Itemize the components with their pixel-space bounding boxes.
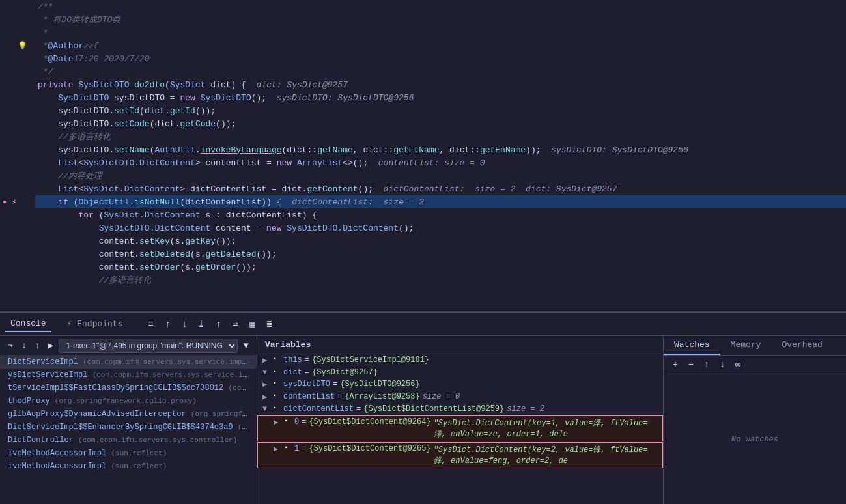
code-line: for (SysDict.DictContent s : dictContent… <box>35 208 846 221</box>
step-into-btn[interactable]: ↓ <box>19 339 30 353</box>
gutter-line-breakpoint[interactable]: ⚡ <box>0 195 33 208</box>
var-row-dictcontentlist[interactable]: ▼ ▪ dictContentList = {SysDict$DictConte… <box>257 403 663 415</box>
step-out-btn[interactable]: ↑ <box>32 339 43 353</box>
gutter-line <box>0 117 33 130</box>
toolbar-btn-down[interactable]: ↓ <box>177 317 191 331</box>
watches-memory-panel: Watches Memory Overhead + − ↑ ↓ ∞ No wat… <box>664 336 846 504</box>
stack-item[interactable]: DictController (com.copm.ifm.servers.sys… <box>0 434 257 447</box>
tab-memory[interactable]: Memory <box>720 336 772 355</box>
code-line: sysDictDTO.setId(dict.getId()); <box>35 104 846 117</box>
code-line: * @Date 17:20 2020/7/20 <box>35 52 846 65</box>
gutter-line <box>0 273 33 287</box>
code-line: //多语言转化 <box>35 130 846 143</box>
code-line: content.setOrder(s.getOrder()); <box>35 260 846 273</box>
stack-item[interactable]: iveMethodAccessorImpl (sun.reflect) <box>0 460 257 473</box>
gutter-line <box>0 234 33 247</box>
toolbar-btn-swap[interactable]: ⇌ <box>228 317 242 331</box>
code-line: * @Author zzf <box>35 39 846 52</box>
code-line: SysDictDTO.DictContent content = new Sys… <box>35 221 846 234</box>
gutter-line <box>0 143 33 156</box>
tab-console[interactable]: Console <box>5 316 51 332</box>
active-debug-line: if (ObjectUtil.isNotNull(dictContentList… <box>35 195 846 208</box>
code-editor[interactable]: /** * 将DO类转成DTO类 * * @Author zzf * @Date… <box>33 0 846 311</box>
gutter-line <box>0 169 33 182</box>
var-row-this[interactable]: ▶ ▪ this = {SysDictServiceImpl@9181} <box>257 354 663 367</box>
toolbar-btn-download[interactable]: ⤓ <box>194 317 208 331</box>
code-line: */ <box>35 65 846 78</box>
watches-memory-tabs: Watches Memory Overhead <box>664 336 846 356</box>
line-numbers: 💡 ⚡ <box>0 0 33 311</box>
code-line: //多语言转化 <box>35 273 846 287</box>
thread-selector[interactable]: 1-exec-1"@7,495 in group "main": RUNNING <box>59 339 238 353</box>
gutter-line <box>0 13 33 26</box>
gutter-line <box>0 52 33 65</box>
gutter-line <box>0 130 33 143</box>
code-line: * 将DO类转成DTO类 <box>35 13 846 26</box>
bottom-panel: Console ⚡ Endpoints ≡ ↑ ↓ ⤓ ↑ ⇌ ▦ ≣ ↷ ↓ … <box>0 313 846 504</box>
variables-header: Variables <box>257 336 663 354</box>
code-line: * <box>35 26 846 39</box>
infinity-btn[interactable]: ∞ <box>731 358 744 371</box>
var-row-sysdict[interactable]: ▶ ▪ sysDictDTO = {SysDictDTO@9256} <box>257 378 663 391</box>
var-row-contentlist[interactable]: ▶ ▪ contentList = {ArrayList@9258} size … <box>257 391 663 403</box>
editor-area: 💡 ⚡ /** * 将DO类转成DTO类 <box>0 0 846 313</box>
stack-item[interactable]: iveMethodAccessorImpl (sun.reflect) <box>0 447 257 460</box>
stack-item[interactable]: ysDictServiceImpl (com.copm.ifm.servers.… <box>0 369 257 382</box>
gutter-line <box>0 156 33 169</box>
filter-btn[interactable]: ▼ <box>240 339 251 353</box>
gutter-line: 💡 <box>0 39 33 52</box>
code-line: private SysDictDTO do2dto(SysDict dict) … <box>35 78 846 91</box>
code-line: sysDictDTO.setName(AuthUtil.invokeByLang… <box>35 143 846 156</box>
var-row-1[interactable]: ▶ ▪ 1 = {SysDict$DictContent@9265} "SysD… <box>257 442 663 468</box>
stack-item[interactable]: DictServiceImpl$$EnhancerBySpringCGLIB$$… <box>0 421 257 434</box>
toolbar-btn-up2[interactable]: ↑ <box>211 317 225 331</box>
gutter-line <box>0 65 33 78</box>
remove-watch-btn[interactable]: − <box>684 358 698 371</box>
gutter-line <box>0 91 33 104</box>
code-line: //内容处理 <box>35 169 846 182</box>
call-stack-panel: ↷ ↓ ↑ ▶ 1-exec-1"@7,495 in group "main":… <box>0 336 257 504</box>
var-row-dict[interactable]: ▼ ▪ dict = {SysDict@9257} <box>257 367 663 378</box>
add-watch-btn[interactable]: + <box>669 358 682 371</box>
tab-watches[interactable]: Watches <box>664 336 720 355</box>
no-watches-label: No watches <box>731 435 778 444</box>
stack-item[interactable]: DictServiceImpl (com.copm.ifm.servers.sy… <box>0 356 257 369</box>
variables-panel: Variables ▶ ▪ this = {SysDictServiceImpl… <box>257 336 664 504</box>
gutter-line <box>0 0 33 13</box>
gutter-line <box>0 221 33 234</box>
stack-item[interactable]: tServiceImpl$$FastClassBySpringCGLIB$$dc… <box>0 382 257 395</box>
code-line: List<SysDict.DictContent> dictContentLis… <box>35 182 846 195</box>
code-line: List<SysDictDTO.DictContent> contentList… <box>35 156 846 169</box>
code-line: /** <box>35 0 846 13</box>
run-btn[interactable]: ▶ <box>46 339 57 353</box>
watches-toolbar: + − ↑ ↓ ∞ <box>664 356 846 374</box>
gutter-line <box>0 182 33 195</box>
gutter-line <box>0 260 33 273</box>
gutter-line <box>0 78 33 91</box>
tab-overhead[interactable]: Overhead <box>771 336 832 355</box>
gutter-line <box>0 104 33 117</box>
code-line: content.setKey(s.getKey()); <box>35 234 846 247</box>
toolbar-btn-grid[interactable]: ▦ <box>245 317 259 331</box>
stack-item[interactable]: glibAopProxy$DynamicAdvisedInterceptor (… <box>0 408 257 421</box>
move-down-watch-btn[interactable]: ↓ <box>716 358 729 371</box>
bottom-tabs: Console ⚡ Endpoints ≡ ↑ ↓ ⤓ ↑ ⇌ ▦ ≣ <box>0 313 846 336</box>
gutter-line <box>0 26 33 39</box>
toolbar-btn-menu[interactable]: ≡ <box>143 317 158 331</box>
code-line: SysDictDTO sysDictDTO = new SysDictDTO()… <box>35 91 846 104</box>
debug-toolbar: ↷ ↓ ↑ ▶ 1-exec-1"@7,495 in group "main":… <box>0 336 257 356</box>
tab-endpoints[interactable]: ⚡ Endpoints <box>62 316 128 333</box>
bottom-content: ↷ ↓ ↑ ▶ 1-exec-1"@7,495 in group "main":… <box>0 336 846 504</box>
toolbar-btn-list[interactable]: ≣ <box>262 317 276 331</box>
gutter-line <box>0 208 33 221</box>
watches-content: No watches <box>664 374 846 504</box>
move-up-watch-btn[interactable]: ↑ <box>700 358 713 371</box>
code-line: sysDictDTO.setCode(dict.getCode()); <box>35 117 846 130</box>
toolbar-btn-up[interactable]: ↑ <box>160 317 175 331</box>
code-line: content.setDeleted(s.getDeleted()); <box>35 247 846 260</box>
step-over-btn[interactable]: ↷ <box>5 339 16 353</box>
var-row-0[interactable]: ▶ ▪ 0 = {SysDict$DictContent@9264} "SysD… <box>257 415 663 441</box>
stack-item[interactable]: thodProxy (org.springframework.cglib.pro… <box>0 395 257 408</box>
gutter-line <box>0 247 33 260</box>
